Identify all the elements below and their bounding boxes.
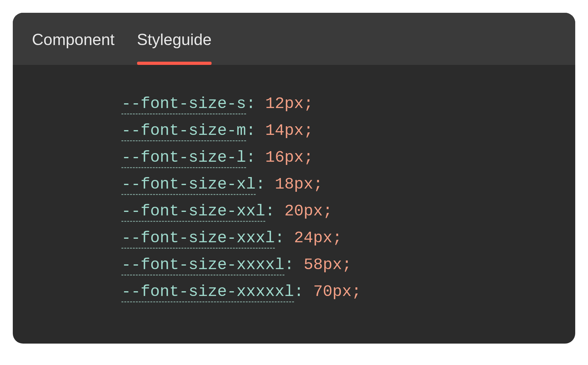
colon: :: [275, 229, 284, 247]
css-var-name: --font-size-xxxl: [121, 229, 275, 249]
colon: :: [294, 283, 304, 301]
colon: :: [284, 256, 294, 274]
css-var-line: --font-size-xl: 18px;: [121, 171, 556, 198]
css-var-line: --font-size-l: 16px;: [121, 144, 556, 171]
code-content: --font-size-s: 12px; --font-size-m: 14px…: [13, 65, 575, 344]
colon: :: [256, 175, 265, 193]
css-var-value: 58px: [304, 256, 342, 274]
semicolon: ;: [323, 202, 332, 220]
css-var-name: --font-size-xxxxxl: [121, 283, 294, 302]
colon: :: [246, 121, 256, 140]
semicolon: ;: [342, 256, 352, 274]
colon: :: [246, 148, 256, 167]
colon: :: [246, 95, 256, 113]
css-var-name: --font-size-m: [121, 121, 246, 141]
css-var-name: --font-size-xxxxl: [121, 256, 284, 276]
css-var-name: --font-size-s: [121, 95, 246, 114]
tab-styleguide[interactable]: Styleguide: [137, 13, 212, 65]
semicolon: ;: [313, 175, 323, 193]
css-var-line: --font-size-xxxxxl: 70px;: [121, 278, 556, 305]
css-var-value: 12px: [265, 95, 304, 113]
css-var-value: 70px: [313, 283, 352, 301]
tab-bar: Component Styleguide: [13, 13, 575, 65]
code-panel: Component Styleguide --font-size-s: 12px…: [13, 13, 575, 344]
css-var-value: 20px: [284, 202, 323, 220]
semicolon: ;: [304, 95, 313, 113]
semicolon: ;: [352, 283, 361, 301]
css-var-line: --font-size-m: 14px;: [121, 117, 556, 144]
semicolon: ;: [332, 229, 342, 247]
semicolon: ;: [304, 121, 313, 140]
semicolon: ;: [304, 148, 313, 167]
css-var-line: --font-size-xxl: 20px;: [121, 198, 556, 225]
css-var-name: --font-size-xl: [121, 175, 256, 195]
colon: :: [265, 202, 275, 220]
css-var-value: 24px: [294, 229, 332, 247]
css-var-name: --font-size-xxl: [121, 202, 265, 222]
tab-component[interactable]: Component: [32, 13, 115, 65]
css-var-value: 14px: [265, 121, 304, 140]
css-var-value: 16px: [265, 148, 304, 167]
css-var-value: 18px: [275, 175, 313, 193]
css-var-line: --font-size-xxxxl: 58px;: [121, 252, 556, 278]
css-var-name: --font-size-l: [121, 148, 246, 168]
css-var-line: --font-size-s: 12px;: [121, 90, 556, 117]
css-var-line: --font-size-xxxl: 24px;: [121, 225, 556, 252]
